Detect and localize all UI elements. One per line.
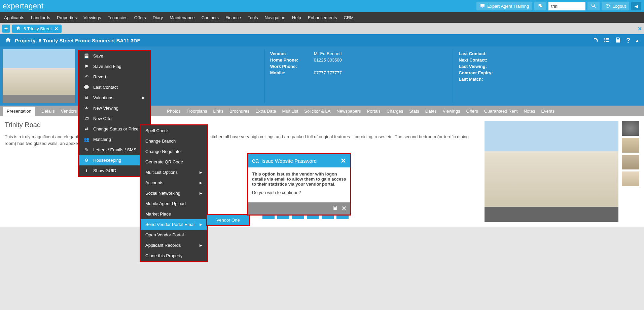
collapse-up-icon[interactable]: ▲ <box>635 38 639 43</box>
menu-show-guid[interactable]: ℹShow GUID <box>79 165 150 176</box>
menu-send-vendor-portal-email[interactable]: Send Vendor Portal Email▶ <box>141 219 207 227</box>
pencil-icon: ✎ <box>84 147 89 152</box>
menu-revert[interactable]: ↶Revert <box>79 72 150 82</box>
tab-charges[interactable]: Charges <box>387 109 403 114</box>
help-icon[interactable]: ? <box>626 37 630 44</box>
tab-brochures[interactable]: Brochures <box>229 109 249 114</box>
menu-market-place[interactable]: Market Place <box>141 209 207 219</box>
main-photo[interactable] <box>485 121 618 222</box>
svg-point-2 <box>592 4 595 6</box>
dialog-issue-password: ea Issue Website Password ✕ This option … <box>247 153 351 216</box>
nav-landlords[interactable]: Landlords <box>31 15 50 20</box>
nav-properties[interactable]: Properties <box>57 15 77 20</box>
menu-valuations[interactable]: 🖩Valuations▶ <box>79 92 150 103</box>
menu-new-offer[interactable]: 🏷New Offer <box>79 113 150 124</box>
tab-viewings[interactable]: Viewings <box>443 109 460 114</box>
nav-offers[interactable]: Offers <box>134 15 146 20</box>
tab-multilist[interactable]: MultiList <box>282 109 298 114</box>
save-icon[interactable] <box>615 37 621 44</box>
ea-logo-icon: ea <box>252 157 259 164</box>
nav-crm[interactable]: CRM <box>344 15 354 20</box>
training-button[interactable]: Expert Agent Training <box>476 2 532 10</box>
menu-save[interactable]: 💾Save <box>79 51 150 61</box>
tab-guaranteed-rent[interactable]: Guaranteed Rent <box>484 109 518 114</box>
tab-vendors[interactable]: Vendors <box>61 109 77 114</box>
nav-finance[interactable]: Finance <box>225 15 241 20</box>
menu-multilist-options[interactable]: MultiList Options▶ <box>141 167 207 178</box>
logo: expertagent <box>3 2 44 10</box>
close-icon[interactable]: ✕ <box>341 204 347 212</box>
vendor-val: Mr Ed Bennett <box>314 51 342 56</box>
nav-maintenance[interactable]: Maintenance <box>170 15 194 20</box>
menu-new-viewing[interactable]: 👁New Viewing <box>79 103 150 113</box>
nav-tenancies[interactable]: Tenancies <box>108 15 128 20</box>
chat-button[interactable] <box>534 2 546 10</box>
logout-label: Logout <box>612 4 626 9</box>
collapse-button[interactable]: ◀ <box>631 2 641 10</box>
tab-dates[interactable]: Dates <box>425 109 437 114</box>
tab-newspapers[interactable]: Newspapers <box>336 109 361 114</box>
people-icon: 👥 <box>84 137 89 142</box>
logout-button[interactable]: Logout <box>602 2 629 10</box>
add-tab-button[interactable]: + <box>2 25 10 33</box>
training-label: Expert Agent Training <box>487 4 529 9</box>
nav-diary[interactable]: Diary <box>153 15 163 20</box>
menu-change-status[interactable]: ⇄Change Status or Price▶ <box>79 124 150 134</box>
tab-photos[interactable]: Photos <box>167 109 180 114</box>
dialog-title: Issue Website Password <box>261 158 338 164</box>
tab-notes[interactable]: Notes <box>524 109 535 114</box>
dialog-body: This option issues the vendor with logon… <box>248 167 350 202</box>
list-icon[interactable] <box>603 37 610 44</box>
nav-viewings[interactable]: Viewings <box>83 15 101 20</box>
chevron-left-icon: ◀ <box>635 4 638 9</box>
menu-change-branch[interactable]: Change Branch <box>141 136 207 146</box>
context-menu-vendor: Vendor One <box>206 214 250 226</box>
tab-stats[interactable]: Stats <box>409 109 419 114</box>
thumbnail[interactable] <box>622 121 639 136</box>
menu-housekeeping[interactable]: ⚙Housekeeping▶ <box>79 155 150 165</box>
nav-contacts[interactable]: Contacts <box>202 15 219 20</box>
menu-matching[interactable]: 👥Matching▶ <box>79 134 150 145</box>
search-button[interactable] <box>587 2 600 10</box>
flag-icon: ⚑ <box>84 64 89 69</box>
thumbnail[interactable] <box>622 171 639 186</box>
tab-solicitor[interactable]: Solicitor & LA <box>304 109 330 114</box>
undo-icon[interactable] <box>592 37 599 44</box>
contract-expiry-label: Contract Expiry: <box>459 70 502 75</box>
mobile-val: 07777 777777 <box>314 70 342 75</box>
menu-vendor-one[interactable]: Vendor One <box>207 215 249 225</box>
thumbnail[interactable] <box>622 138 639 153</box>
thumbnail[interactable] <box>622 155 639 169</box>
svg-rect-8 <box>604 39 605 40</box>
close-icon[interactable]: ✕ <box>341 157 346 165</box>
nav-enhancements[interactable]: Enhancements <box>308 15 337 20</box>
menu-mobile-agent-upload[interactable]: Mobile Agent Upload <box>141 198 207 209</box>
nav-applicants[interactable]: Applicants <box>4 15 24 20</box>
menu-accounts[interactable]: Accounts▶ <box>141 178 207 188</box>
menu-spell-check[interactable]: Spell Check <box>141 125 207 136</box>
save-icon[interactable] <box>332 204 338 212</box>
tab-links[interactable]: Links <box>213 109 223 114</box>
nav-tools[interactable]: Tools <box>248 15 258 20</box>
tab-details[interactable]: Details <box>41 109 55 114</box>
tab-floorplans[interactable]: Floorplans <box>187 109 207 114</box>
search-input[interactable] <box>548 2 585 10</box>
nav-help[interactable]: Help <box>292 15 301 20</box>
tab-presentation[interactable]: Presentation <box>3 107 35 116</box>
home-icon <box>5 37 11 44</box>
nav-navigation[interactable]: Navigation <box>265 15 285 20</box>
logo-light: expert <box>3 2 24 10</box>
breadcrumb-tab[interactable]: 6 Trinity Street ✕ <box>12 25 62 33</box>
tab-extra-data[interactable]: Extra Data <box>255 109 276 114</box>
menu-social-networking[interactable]: Social Networking▶ <box>141 188 207 198</box>
tab-portals[interactable]: Portals <box>367 109 381 114</box>
menu-change-negotiator[interactable]: Change Negotiator <box>141 146 207 157</box>
tab-offers[interactable]: Offers <box>466 109 478 114</box>
tab-events[interactable]: Events <box>541 109 554 114</box>
menu-last-contact[interactable]: 💬Last Contact <box>79 82 150 92</box>
close-all-button[interactable]: ✕ <box>638 26 642 32</box>
menu-save-flag[interactable]: ⚑Save and Flag <box>79 61 150 72</box>
menu-generate-qr[interactable]: Generate QR Code <box>141 157 207 167</box>
close-tab-icon[interactable]: ✕ <box>55 26 58 31</box>
menu-letters[interactable]: ✎Letters / Emails / SMS▶ <box>79 145 150 155</box>
